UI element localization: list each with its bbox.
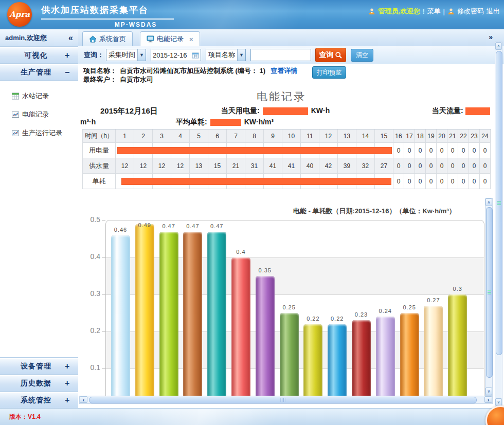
report-panel: 电能记录 2015年12月16日 当天用电量:KW·h 当天流量: m³·h 平…: [78, 85, 493, 396]
table-row: 供水量1212121213152131414140423932270000000…: [83, 158, 491, 174]
scroll-up-button[interactable]: ∧: [495, 42, 502, 50]
hscroll-thumb[interactable]: [89, 397, 477, 403]
table-cell: 0: [404, 158, 415, 174]
sidebar-item-energy-record[interactable]: 电能记录: [0, 105, 78, 124]
redacted-power-value: [263, 107, 308, 115]
expand-icon: +: [65, 396, 78, 405]
search-button[interactable]: 查询: [315, 48, 346, 62]
table-cell: 0: [458, 174, 469, 189]
tab-overflow-icon[interactable]: »: [489, 33, 493, 41]
app-title: 供水加压站数据采集平台: [41, 4, 174, 20]
tab-home[interactable]: 系统首页: [82, 31, 133, 46]
project-name-value: 自贡市水司沿滩仙瓦市加压站控制系统 (编号： 1): [120, 66, 265, 76]
menu-link[interactable]: 菜单: [427, 7, 441, 16]
chart-bar: [352, 320, 371, 396]
keyword-input[interactable]: [250, 49, 311, 61]
project-name-row: 项目名称： 自贡市水司沿滩仙瓦市加压站控制系统 (编号： 1) 查看详情: [83, 66, 297, 76]
collapse-sidebar-icon[interactable]: «: [68, 33, 73, 43]
collect-time-select[interactable]: 采集时间 ▼: [106, 49, 146, 61]
sidebar-group-history[interactable]: 历史数据 +: [0, 375, 78, 392]
table-header-cell: 15: [375, 130, 393, 143]
tab-energy-record[interactable]: 电能记录 ×: [140, 31, 200, 46]
table-cell: 12: [171, 158, 190, 174]
sidebar-item-production-run-record[interactable]: 生产运行记录: [0, 124, 78, 142]
table-cell: 0: [469, 158, 480, 174]
clear-button[interactable]: 清空: [351, 49, 373, 62]
table-cell: 12: [153, 158, 171, 174]
bar-value-label: 0.49: [133, 222, 157, 228]
sidebar-submenu: 水站记录 电能记录 生产运行记录: [0, 81, 78, 358]
flow-unit: m³·h: [80, 118, 96, 126]
table-header-cell: 6: [208, 130, 227, 143]
query-toolbar: 查询： 采集时间 ▼ 2015-12-16 项目名称 ▼ 查询 清空: [78, 46, 504, 64]
tab-label: 系统首页: [99, 34, 126, 44]
app-title-block: 供水加压站数据采集平台 MP-WSDAS: [41, 4, 174, 28]
y-tick-label: 0.1: [91, 363, 100, 372]
table-cell: 0: [437, 158, 447, 174]
sidebar-item-water-record[interactable]: 水站记录: [0, 87, 78, 105]
chart-bar: [256, 276, 275, 396]
table-cell: 42: [319, 158, 338, 174]
project-name-select[interactable]: 项目名称 ▼: [206, 49, 246, 61]
date-input[interactable]: 2015-12-16: [151, 49, 201, 61]
page-vertical-scrollbar[interactable]: ∧ ∨: [495, 42, 502, 406]
chart-vscroll-thumb[interactable]: [486, 207, 493, 378]
bar-value-label: 0.22: [301, 316, 325, 322]
table-header-row: 时间（h）12345678910111213141516171819202122…: [83, 130, 491, 143]
customer-row: 最终客户： 自贡市水司: [83, 75, 153, 84]
chart-title: 电能 - 单耗数（日期:2015-12-16）（单位：Kw·h/m³）: [293, 207, 484, 216]
y-tick: [102, 294, 105, 294]
chart-icon: [11, 110, 20, 119]
calendar-icon[interactable]: [192, 52, 199, 59]
sidebar-group-visualization[interactable]: 可视化 +: [0, 47, 78, 64]
bar-value-label: 0.27: [421, 297, 445, 303]
redacted-value-block: [121, 178, 391, 185]
scroll-down-button[interactable]: ∨: [485, 387, 492, 395]
table-header-cell: 10: [282, 130, 301, 143]
table-cell: 0: [393, 143, 404, 158]
table-cell: 0: [404, 174, 415, 189]
view-details-link[interactable]: 查看详情: [271, 66, 297, 76]
scroll-left-button[interactable]: ‹: [80, 396, 87, 403]
query-label: 查询：: [84, 50, 104, 60]
report-date: 2015年12月16日: [100, 106, 158, 116]
scroll-down-button[interactable]: ∨: [495, 398, 502, 406]
table-cell: 0: [393, 174, 404, 189]
y-tick: [102, 368, 105, 368]
redacted-avg-value: [210, 119, 241, 126]
project-name-label: 项目名称：: [83, 66, 117, 76]
customer-value: 自贡市水司: [120, 75, 153, 84]
table-cell: 0: [447, 174, 458, 189]
date-value: 2015-12-16: [153, 51, 190, 59]
table-header-cell: 21: [447, 130, 458, 143]
logout-link[interactable]: 退出: [487, 7, 500, 16]
sidebar-group-equipment[interactable]: 设备管理 +: [0, 358, 78, 375]
power-usage-label: 当天用电量:: [221, 106, 260, 115]
chart-bar: [400, 313, 419, 396]
y-tick: [102, 257, 105, 257]
table-cell: 41: [264, 158, 282, 174]
search-button-label: 查询: [319, 50, 334, 60]
group-label: 系统管控: [0, 396, 65, 405]
table-header-cell: 23: [469, 130, 480, 143]
close-tab-icon[interactable]: ×: [189, 35, 193, 43]
apra-logo-icon: Apra: [7, 2, 32, 27]
scroll-right-button[interactable]: ›: [484, 396, 492, 403]
power-usage-unit: KW·h: [311, 106, 330, 115]
report-title: 电能记录: [78, 89, 484, 104]
change-password-link[interactable]: 修改密码: [457, 7, 484, 16]
print-preview-button[interactable]: 打印预览: [312, 66, 346, 79]
table-cell: 32: [356, 158, 375, 174]
sidebar-group-production[interactable]: 生产管理 −: [0, 64, 78, 81]
horizontal-scrollbar[interactable]: ‹ ›: [79, 396, 493, 404]
chart-bar: [159, 232, 178, 396]
chart-vertical-scrollbar[interactable]: ∧ ∨: [485, 198, 493, 396]
sidebar-group-system[interactable]: 系统管控 +: [0, 392, 78, 409]
link-separator: |: [443, 8, 445, 15]
logo-text: Apra: [9, 10, 30, 19]
y-tick-label: 0.4: [91, 252, 100, 261]
monitor-icon: [147, 35, 154, 43]
page-vscroll-thumb[interactable]: [496, 51, 502, 355]
table-cell: 0: [458, 143, 469, 158]
scroll-up-button[interactable]: ∧: [485, 198, 492, 206]
